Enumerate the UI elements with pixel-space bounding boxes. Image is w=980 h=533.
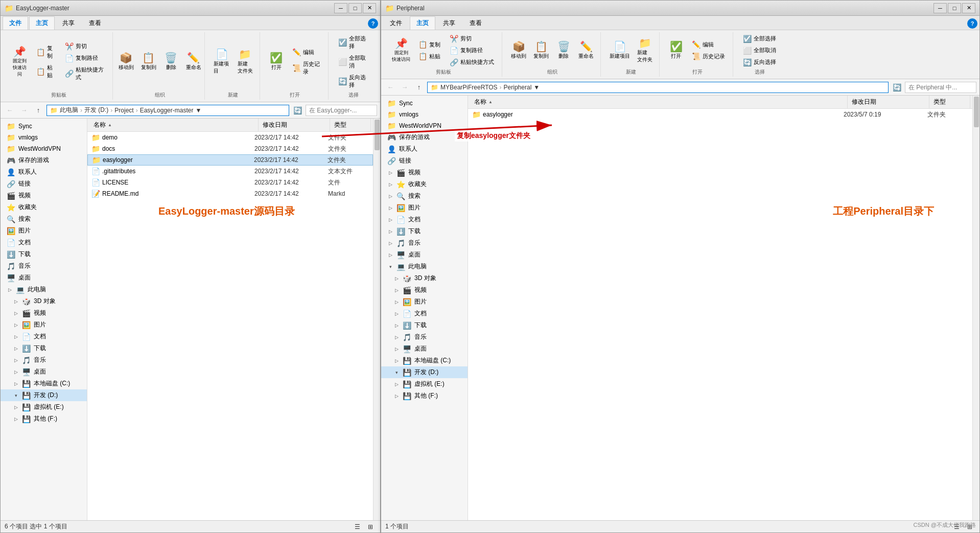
right-sidebar-documents2[interactable]: ▷ 📄 文档	[381, 308, 468, 319]
left-sidebar-downloads[interactable]: ⬇️ 下载	[1, 248, 87, 260]
left-col-name[interactable]: 名称 ▲	[89, 119, 259, 131]
left-open-btn[interactable]: ✅ 打开	[266, 51, 287, 73]
left-rename-btn[interactable]: ✏️ 重命名	[183, 51, 204, 73]
right-sidebar-search[interactable]: ▷ 🔍 搜索	[381, 190, 468, 202]
right-new-folder-btn[interactable]: 📁 新建文件夹	[635, 36, 655, 65]
left-sidebar-vmlogs[interactable]: 📁 vmlogs	[1, 132, 87, 143]
left-tab-file[interactable]: 文件	[3, 16, 28, 30]
left-refresh-btn[interactable]: 🔄	[291, 104, 304, 117]
right-col-name[interactable]: 名称 ▲	[470, 96, 848, 108]
right-sidebar-otherf[interactable]: ▷ 💾 其他 (F:)	[381, 390, 468, 402]
right-sidebar-localc[interactable]: ▷ 💾 本地磁盘 (C:)	[381, 355, 468, 366]
left-up-btn[interactable]: ↑	[32, 104, 44, 117]
left-select-none-btn[interactable]: ⬜全部取消	[335, 53, 372, 71]
right-maximize-btn[interactable]: □	[948, 3, 961, 13]
right-pin-btn[interactable]: 📌 固定到快速访问	[389, 37, 413, 64]
right-refresh-btn[interactable]: 🔄	[891, 81, 903, 94]
right-back-btn[interactable]: ←	[384, 81, 396, 94]
right-copy-path-btn[interactable]: 📄复制路径	[446, 45, 498, 56]
left-sidebar-desktop[interactable]: 🖥️ 桌面	[1, 272, 87, 284]
right-sidebar-pictures2[interactable]: ▷ 🖼️ 图片	[381, 296, 468, 308]
left-scrollbar[interactable]	[373, 119, 380, 520]
left-sidebar-documents2[interactable]: ▷ 📄 文档	[1, 331, 87, 342]
left-sidebar-savedgames[interactable]: 🎮 保存的游戏	[1, 154, 87, 166]
right-invert-btn[interactable]: 🔄反向选择	[739, 57, 780, 67]
right-sidebar-desktop[interactable]: ▷ 🖥️ 桌面	[381, 249, 468, 261]
right-rename-btn[interactable]: ✏️ 重命名	[576, 40, 596, 61]
left-sidebar-vme[interactable]: ▷ 💾 虚拟机 (E:)	[1, 401, 87, 413]
left-maximize-btn[interactable]: □	[348, 3, 362, 13]
right-file-easylogger[interactable]: 📁 easylogger 2023/5/7 0:19 文件夹	[468, 109, 972, 120]
left-paste-btn[interactable]: 📋粘贴	[33, 62, 59, 81]
right-delete-btn[interactable]: 🗑️ 删除	[553, 40, 574, 61]
right-sidebar-thispc[interactable]: ▾ 💻 此电脑	[381, 261, 468, 272]
left-file-easylogger[interactable]: 📁 easylogger 2023/2/17 14:42 文件夹	[87, 154, 373, 166]
right-tab-view[interactable]: 查看	[463, 16, 488, 30]
right-minimize-btn[interactable]: ─	[934, 3, 947, 13]
right-sidebar-sync[interactable]: 📁 Sync	[381, 98, 468, 109]
left-tab-share[interactable]: 共享	[56, 16, 81, 30]
right-new-item-btn[interactable]: 📄 新建项目	[607, 40, 633, 61]
right-scrollbar[interactable]	[972, 96, 979, 520]
right-edit-btn[interactable]: ✏️编辑	[688, 39, 729, 50]
left-delete-btn[interactable]: 🗑️ 删除	[161, 51, 181, 73]
left-sidebar-favorites[interactable]: ⭐ 收藏夹	[1, 201, 87, 213]
left-copy-to-btn[interactable]: 📋 复制到	[138, 51, 159, 73]
right-select-none-btn[interactable]: ⬜全部取消	[739, 45, 780, 56]
right-sidebar-favorites[interactable]: ▷ ⭐ 收藏夹	[381, 178, 468, 190]
left-sidebar-localc[interactable]: ▷ 💾 本地磁盘 (C:)	[1, 378, 87, 389]
left-copy-btn[interactable]: 📋复制	[33, 43, 59, 61]
left-new-folder-btn[interactable]: 📁 新建文件夹	[235, 48, 255, 76]
right-close-btn[interactable]: ✕	[962, 3, 975, 13]
right-sidebar-music2[interactable]: ▷ 🎵 音乐	[381, 331, 468, 343]
left-sidebar-devd[interactable]: ▾ 💾 开发 (D:)	[1, 389, 87, 401]
left-select-all-btn[interactable]: ☑️全部选择	[335, 33, 372, 52]
right-history-btn[interactable]: 📜历史记录	[688, 51, 729, 62]
left-file-gitattributes[interactable]: 📄 .gitattributes 2023/2/17 14:42 文本文件	[87, 166, 373, 177]
right-paste-btn[interactable]: 📋粘贴	[415, 51, 444, 62]
left-sidebar-videos2[interactable]: ▷ 🎬 视频	[1, 307, 87, 319]
right-sidebar-savedgames[interactable]: 🎮 保存的游戏	[381, 131, 468, 143]
right-cut-btn[interactable]: ✂️剪切	[446, 33, 498, 44]
left-file-readme[interactable]: 📝 README.md 2023/2/17 14:42 Markd	[87, 188, 373, 199]
left-help-btn[interactable]: ?	[368, 18, 378, 29]
right-open-btn[interactable]: ✅ 打开	[666, 40, 686, 61]
left-move-btn[interactable]: 📦 移动到	[116, 51, 136, 73]
left-sidebar-music[interactable]: 🎵 音乐	[1, 260, 87, 272]
left-sidebar-music2[interactable]: ▷ 🎵 音乐	[1, 354, 87, 366]
right-tab-share[interactable]: 共享	[436, 16, 462, 30]
left-sidebar-pictures[interactable]: 🖼️ 图片	[1, 225, 87, 237]
left-view-grid-btn[interactable]: ⊞	[365, 522, 376, 531]
right-select-all-btn[interactable]: ☑️全部选择	[739, 33, 780, 44]
left-col-date[interactable]: 修改日期	[259, 119, 330, 131]
right-sidebar-videos2[interactable]: ▷ 🎬 视频	[381, 284, 468, 296]
left-copy-path-btn[interactable]: 📄复制路径	[61, 53, 108, 63]
left-sidebar-thispc[interactable]: ▷ 💻 此电脑	[1, 284, 87, 295]
right-address-path[interactable]: 📁 MYBearPiFreeRTOS › Peripheral ▼	[427, 82, 889, 93]
right-sidebar-devd[interactable]: ▾ 💾 开发 (D:)	[381, 366, 468, 378]
left-file-docs[interactable]: 📁 docs 2023/2/17 14:42 文件夹	[87, 143, 373, 154]
right-view-grid-btn[interactable]: ⊞	[964, 522, 975, 531]
left-sidebar-desktop2[interactable]: ▷ 🖥️ 桌面	[1, 366, 87, 378]
right-sidebar-links[interactable]: 🔗 链接	[381, 155, 468, 167]
left-tab-view[interactable]: 查看	[82, 16, 108, 30]
right-sidebar-westworldvpn[interactable]: 📁 WestWorldVPN	[381, 120, 468, 131]
right-sidebar-music[interactable]: ▷ 🎵 音乐	[381, 237, 468, 249]
right-sidebar-desktop2[interactable]: ▷ 🖥️ 桌面	[381, 343, 468, 355]
right-sidebar-videos[interactable]: ▷ 🎬 视频	[381, 167, 468, 178]
left-file-demo[interactable]: 📁 demo 2023/2/17 14:42 文件夹	[87, 132, 373, 143]
right-move-btn[interactable]: 📦 移动到	[508, 40, 529, 61]
right-copy-btn[interactable]: 📋复制	[415, 39, 444, 50]
left-sidebar-westworldvpn[interactable]: 📁 WestWorldVPN	[1, 143, 87, 154]
left-pin-btn[interactable]: 📌 固定到快速访问	[9, 45, 31, 79]
left-forward-btn[interactable]: →	[18, 104, 30, 117]
left-sidebar-sync[interactable]: 📁 Sync	[1, 121, 87, 132]
left-search-input[interactable]	[306, 105, 377, 116]
left-tab-home[interactable]: 主页	[29, 16, 55, 30]
right-sidebar-pictures[interactable]: ▷ 🖼️ 图片	[381, 202, 468, 214]
left-sidebar-otherf[interactable]: ▷ 💾 其他 (F:)	[1, 413, 87, 425]
right-paste-shortcut-btn[interactable]: 🔗粘贴快捷方式	[446, 57, 498, 67]
left-sidebar-contacts[interactable]: 👤 联系人	[1, 166, 87, 178]
right-col-type[interactable]: 类型	[929, 96, 970, 108]
right-sidebar-3d[interactable]: ▷ 🎲 3D 对象	[381, 272, 468, 284]
